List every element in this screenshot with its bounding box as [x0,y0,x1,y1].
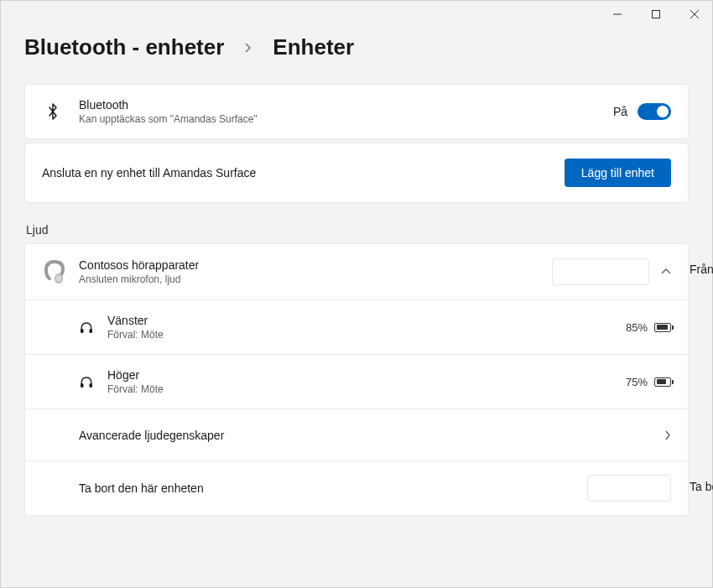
left-ear-row: Vänster Förval: Möte 85% [25,300,688,355]
battery-icon [654,377,671,387]
remove-device-button[interactable] [587,475,671,502]
window-titlebar [1,1,712,28]
add-device-button[interactable]: Lägg till enhet [565,159,671,187]
battery-icon [654,323,671,332]
breadcrumb-current: Enheter [273,34,354,60]
minimize-button[interactable] [605,4,630,24]
bluetooth-subtitle: Kan upptäckas som "Amandas Surface" [79,113,598,125]
headphone-right-icon [79,374,107,389]
svg-rect-1 [653,11,660,18]
left-battery-pct: 85% [626,321,648,334]
add-device-text: Ansluta en ny enhet till Amandas Surface [42,166,256,180]
right-battery-pct: 75% [626,376,648,388]
remove-label: Ta bort den här enheten [79,481,587,495]
svg-rect-6 [81,329,84,333]
headphone-left-icon [79,320,107,335]
advanced-label: Avancerade ljudegenskaper [79,429,664,442]
section-audio-label: Ljud [26,223,689,237]
device-header-row[interactable]: Contosos hörapparater Ansluten mikrofon,… [25,244,688,300]
svg-rect-9 [90,383,93,388]
bluetooth-toggle[interactable] [638,103,671,120]
right-preset: Förval: Möte [107,383,626,395]
remove-device-row: Ta bort den här enheten Ta bort [25,461,688,515]
settings-window: Bluetooth - enheter Enheter Bluetooth Ka… [0,0,713,588]
svg-rect-7 [90,329,93,333]
chevron-right-icon [664,430,671,440]
add-device-row: Ansluta en ny enhet till Amandas Surface… [25,143,688,202]
device-action-button[interactable] [552,258,649,285]
left-preset: Förval: Möte [107,329,626,341]
right-ear-row: Höger Förval: Möte 75% [25,355,688,409]
device-name: Contosos hörapparater [79,258,552,272]
device-status: Ansluten mikrofon, ljud [79,273,552,285]
svg-point-5 [56,275,61,282]
chevron-right-icon [244,42,252,54]
left-label: Vänster [107,314,626,327]
bluetooth-state-label: På [613,105,627,118]
breadcrumb-root[interactable]: Bluetooth - enheter [24,34,224,60]
remove-action-label: Ta bort [690,480,713,493]
maximize-button[interactable] [643,4,669,24]
disconnect-label: Frånkoppla [690,263,713,276]
hearing-aid-icon [42,258,79,286]
advanced-audio-row[interactable]: Avancerade ljudegenskaper [25,409,688,461]
audio-device-group: Contosos hörapparater Ansluten mikrofon,… [24,243,689,516]
svg-rect-8 [81,383,84,388]
bluetooth-icon [42,102,64,121]
breadcrumb: Bluetooth - enheter Enheter [24,34,689,60]
bluetooth-toggle-row: Bluetooth Kan upptäckas som "Amandas Sur… [25,85,688,138]
right-label: Höger [107,368,626,382]
bluetooth-title: Bluetooth [79,98,598,112]
close-button[interactable] [682,4,707,24]
chevron-up-icon [661,268,671,275]
